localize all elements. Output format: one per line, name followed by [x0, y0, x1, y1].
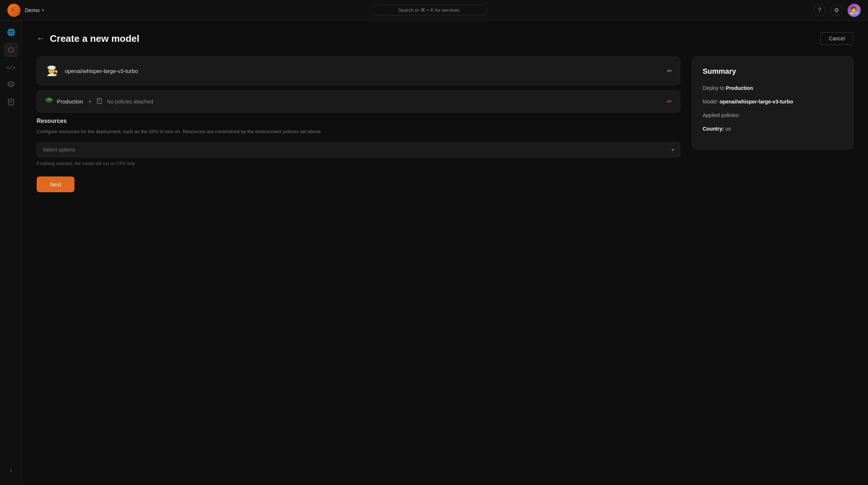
summary-model-name: openai/whisper-large-v3-turbo: [720, 99, 793, 105]
sidebar-item-code[interactable]: </>: [4, 60, 18, 75]
summary-country-value: us: [725, 126, 731, 132]
select-placeholder: Select options: [43, 147, 75, 153]
resources-select[interactable]: Select options ▾: [37, 142, 680, 157]
help-button[interactable]: ?: [814, 4, 825, 16]
box-icon: ⬡: [8, 46, 14, 54]
model-emoji-icon: 🧑‍🍳: [45, 63, 60, 78]
sidebar-collapse-button[interactable]: ›: [4, 463, 18, 478]
summary-country-row: Country: us: [703, 125, 843, 133]
left-panel: 🧑‍🍳 openai/whisper-large-v3-turbo ✏: [37, 56, 680, 473]
sidebar-item-layers[interactable]: [4, 78, 18, 92]
project-selector[interactable]: Demo ▾: [25, 7, 44, 13]
sidebar: 🌐 ⬡ </>: [0, 21, 22, 485]
back-button[interactable]: ←: [37, 34, 45, 43]
sidebar-item-deploy[interactable]: [4, 95, 18, 110]
no-policy-label: No policies attached: [107, 99, 153, 105]
summary-deploy-prefix: Deploy to: [703, 85, 724, 91]
chevron-down-icon: ▾: [672, 147, 674, 153]
summary-deploy-row: Deploy to Production: [703, 84, 843, 92]
summary-policies-prefix: Applied policies:: [703, 112, 740, 118]
summary-deploy-env: Production: [726, 85, 753, 91]
summary-model-prefix: Model:: [703, 99, 718, 105]
main-content: ← Create a new model Cancel 🧑‍🍳 openai/w…: [22, 21, 868, 485]
page-title: Create a new model: [50, 33, 139, 44]
layers-icon: [7, 81, 15, 90]
model-card-left: 🧑‍🍳 openai/whisper-large-v3-turbo: [45, 63, 138, 78]
summary-country-prefix: Country:: [703, 126, 724, 132]
resources-title: Resources: [37, 118, 680, 124]
avatar-icon: 🧑‍🎨: [850, 6, 858, 14]
help-icon: ?: [818, 7, 821, 14]
content-row: 🧑‍🍳 openai/whisper-large-v3-turbo ✏: [37, 56, 853, 473]
search-input[interactable]: Search or ⌘ + K for services: [370, 5, 488, 15]
globe-icon: 🌐: [7, 28, 15, 36]
resources-description: Configure resources for the deployment, …: [37, 128, 680, 135]
sidebar-bottom: ›: [4, 463, 18, 481]
page-title-row: ← Create a new model: [37, 33, 139, 44]
app-logo[interactable]: 🏀: [7, 4, 21, 17]
env-edit-icon[interactable]: ✏: [667, 98, 672, 105]
chevron-right-icon: ›: [10, 467, 12, 474]
env-card: Production + No policies attached ✏: [37, 90, 680, 113]
summary-card: Summary Deploy to Production Model: open…: [692, 56, 853, 149]
env-icon: [45, 97, 53, 106]
env-plus: +: [88, 98, 92, 105]
summary-policies-row: Applied policies:: [703, 112, 843, 119]
topnav: 🏀 Demo ▾ Search or ⌘ + K for services ? …: [0, 0, 868, 21]
page-header: ← Create a new model Cancel: [37, 32, 853, 45]
user-avatar[interactable]: 🧑‍🎨: [847, 4, 861, 17]
select-hint: If nothing selected, the model will run …: [37, 161, 680, 166]
next-button[interactable]: Next: [37, 176, 74, 192]
settings-icon: ⚙: [834, 7, 839, 14]
search-container: Search or ⌘ + K for services: [48, 5, 809, 15]
logo-icon: 🏀: [10, 6, 18, 14]
svg-rect-0: [8, 99, 14, 105]
summary-model-row: Model: openai/whisper-large-v3-turbo: [703, 98, 843, 106]
sidebar-item-globe[interactable]: 🌐: [4, 25, 18, 40]
sidebar-item-box[interactable]: ⬡: [4, 43, 18, 57]
right-panel: Summary Deploy to Production Model: open…: [692, 56, 853, 473]
code-icon: </>: [6, 65, 15, 70]
settings-button[interactable]: ⚙: [831, 4, 842, 16]
project-chevron-icon: ▾: [42, 8, 44, 13]
policy-doc-icon: [97, 98, 102, 105]
model-edit-icon[interactable]: ✏: [667, 68, 672, 74]
cancel-button[interactable]: Cancel: [820, 32, 853, 45]
resources-select-wrapper: Select options ▾: [37, 142, 680, 157]
deploy-icon: [8, 98, 14, 107]
env-card-left: Production + No policies attached: [45, 97, 153, 106]
summary-title: Summary: [703, 67, 843, 76]
model-card: 🧑‍🍳 openai/whisper-large-v3-turbo ✏: [37, 56, 680, 85]
app-layout: 🌐 ⬡ </>: [0, 21, 868, 485]
topnav-actions: ? ⚙ 🧑‍🎨: [814, 4, 861, 17]
env-name: Production: [57, 98, 83, 105]
model-name: openai/whisper-large-v3-turbo: [65, 68, 138, 74]
project-name: Demo: [25, 7, 40, 13]
